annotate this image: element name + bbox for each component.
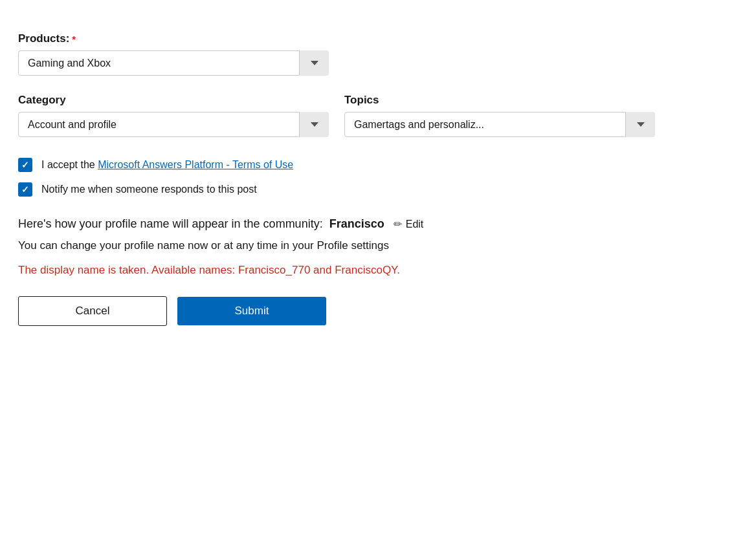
topics-select-wrapper: Gamertags and personaliz... Privacy sett… bbox=[344, 112, 655, 137]
profile-description-pre: Here's how your profile name will appear… bbox=[18, 217, 323, 231]
profile-change-text: You can change your profile name now or … bbox=[18, 237, 639, 254]
category-label: Category bbox=[18, 94, 329, 107]
category-field: Category Account and profile Billing Tec… bbox=[18, 94, 329, 137]
terms-link[interactable]: Microsoft Answers Platform - Terms of Us… bbox=[98, 159, 293, 170]
terms-checkbox[interactable]: ✓ bbox=[18, 158, 32, 172]
terms-label-pre: I accept the bbox=[41, 159, 98, 170]
edit-label: Edit bbox=[406, 219, 424, 230]
submit-button[interactable]: Submit bbox=[177, 297, 326, 325]
topics-select[interactable]: Gamertags and personaliz... Privacy sett… bbox=[344, 112, 655, 137]
notify-check-icon: ✓ bbox=[21, 185, 29, 194]
display-name-error: The display name is taken. Available nam… bbox=[18, 262, 639, 279]
products-label: Products: * bbox=[18, 32, 639, 45]
products-required-star: * bbox=[72, 34, 76, 45]
products-select-wrapper: Gaming and Xbox Windows Microsoft 365 Az… bbox=[18, 50, 329, 76]
checkbox-group: ✓ I accept the Microsoft Answers Platfor… bbox=[18, 158, 639, 197]
products-select[interactable]: Gaming and Xbox Windows Microsoft 365 Az… bbox=[18, 50, 329, 76]
profile-username: Francisco bbox=[329, 217, 384, 231]
form-container: Products: * Gaming and Xbox Windows Micr… bbox=[18, 26, 639, 332]
cancel-button[interactable]: Cancel bbox=[18, 296, 167, 326]
topics-field: Topics Gamertags and personaliz... Priva… bbox=[344, 94, 655, 137]
products-field-group: Products: * Gaming and Xbox Windows Micr… bbox=[18, 32, 639, 76]
category-select[interactable]: Account and profile Billing Technical su… bbox=[18, 112, 329, 137]
profile-name-row: Here's how your profile name will appear… bbox=[18, 217, 639, 231]
category-topics-row: Category Account and profile Billing Tec… bbox=[18, 94, 639, 137]
profile-info-section: Here's how your profile name will appear… bbox=[18, 217, 639, 278]
category-select-wrapper: Account and profile Billing Technical su… bbox=[18, 112, 329, 137]
products-label-text: Products: bbox=[18, 32, 69, 45]
notify-checkbox[interactable]: ✓ bbox=[18, 182, 32, 197]
notify-label: Notify me when someone responds to this … bbox=[41, 184, 257, 195]
notify-checkbox-item: ✓ Notify me when someone responds to thi… bbox=[18, 182, 639, 197]
button-row: Cancel Submit bbox=[18, 296, 639, 326]
edit-button[interactable]: ✏ Edit bbox=[391, 218, 427, 230]
terms-checkbox-item: ✓ I accept the Microsoft Answers Platfor… bbox=[18, 158, 639, 172]
edit-pencil-icon: ✏ bbox=[394, 218, 402, 230]
terms-check-icon: ✓ bbox=[21, 160, 29, 169]
terms-label: I accept the Microsoft Answers Platform … bbox=[41, 159, 293, 171]
topics-label: Topics bbox=[344, 94, 655, 107]
